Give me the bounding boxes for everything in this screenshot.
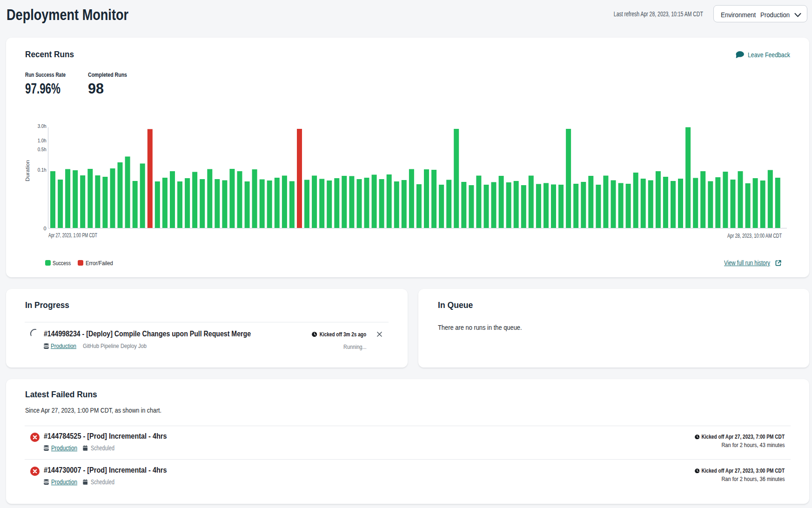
svg-text:0: 0 <box>44 226 47 231</box>
svg-text:Duration: Duration <box>25 160 30 181</box>
svg-text:1.0h: 1.0h <box>38 138 47 143</box>
svg-text:Apr 27, 2023, 1:00 PM CDT: Apr 27, 2023, 1:00 PM CDT <box>48 232 97 239</box>
svg-text:Apr 28, 2023, 10:00 AM CDT: Apr 28, 2023, 10:00 AM CDT <box>727 233 782 239</box>
svg-text:3.0h: 3.0h <box>38 123 47 129</box>
svg-text:0.1h: 0.1h <box>38 167 47 173</box>
svg-text:0.5h: 0.5h <box>38 147 47 152</box>
